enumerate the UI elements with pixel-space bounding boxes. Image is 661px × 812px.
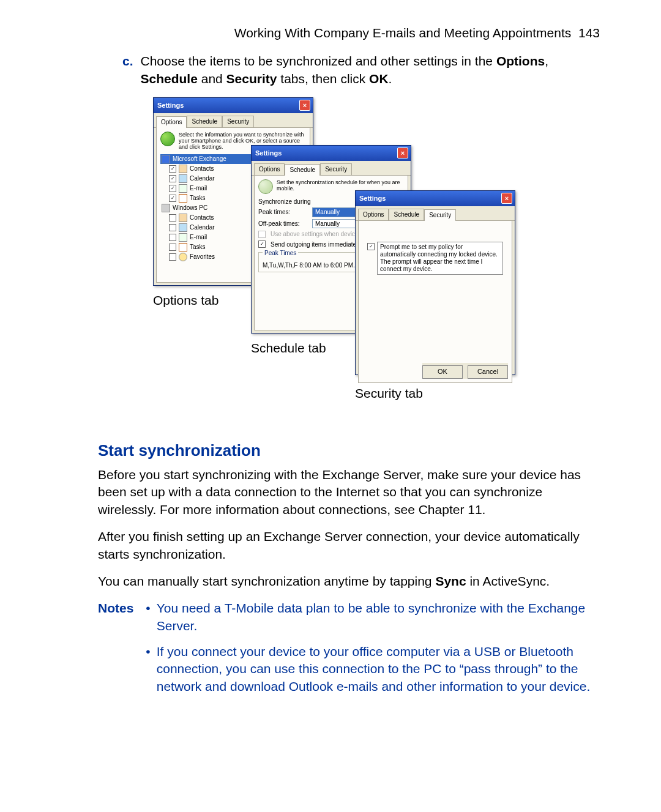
security-caption: Security tab: [355, 385, 423, 402]
tasks-icon: [179, 194, 187, 203]
dialog-title: Settings: [255, 149, 282, 158]
dialog-title: Settings: [359, 194, 386, 203]
para-3: You can manually start synchronization a…: [98, 573, 600, 590]
pc-icon: [162, 204, 170, 212]
checkbox: [258, 231, 266, 238]
checkbox[interactable]: [367, 243, 375, 250]
page-header: Working With Company E-mails and Meeting…: [98, 24, 600, 42]
tab-schedule[interactable]: Schedule: [285, 164, 320, 176]
exchange-icon: [162, 155, 170, 163]
favorites-icon: [179, 253, 187, 261]
clock-icon: [258, 179, 273, 194]
titlebar: Settings ×: [252, 146, 411, 161]
contacts-icon: [179, 165, 187, 173]
dialog-title: Settings: [157, 101, 184, 110]
titlebar: Settings ×: [356, 191, 515, 206]
cancel-button[interactable]: Cancel: [468, 365, 508, 379]
bullet-icon: •: [146, 643, 150, 695]
checkbox[interactable]: [258, 240, 266, 248]
note-item: •You need a T-Mobile data plan to be abl…: [146, 600, 600, 635]
page-number: 143: [578, 26, 600, 40]
dialog-buttons: OK Cancel: [422, 363, 508, 379]
tab-security[interactable]: Security: [424, 209, 456, 221]
checkbox[interactable]: [169, 185, 176, 192]
tab-options[interactable]: Options: [358, 209, 389, 220]
notes-label: Notes: [98, 600, 133, 704]
peak-label: Peak times:: [258, 208, 307, 217]
security-pane: Prompt me to set my policy for automatic…: [358, 221, 512, 383]
calendar-icon: [179, 223, 187, 232]
security-dialog: Settings × Options Schedule Security Pro…: [355, 190, 515, 375]
close-icon[interactable]: ×: [397, 147, 408, 158]
peak-dropdown[interactable]: Manually: [312, 207, 361, 217]
tasks-icon: [179, 243, 187, 251]
close-icon[interactable]: ×: [501, 193, 512, 204]
tabs: Options Schedule Security: [252, 161, 411, 176]
schedule-caption: Schedule tab: [251, 340, 326, 357]
tabs: Options Schedule Security: [154, 113, 313, 128]
titlebar: Settings ×: [154, 98, 313, 113]
screenshots-area: Settings × Options Schedule Security Sel…: [153, 97, 600, 415]
checkbox[interactable]: [169, 214, 176, 222]
para-2: After you finish setting up an Exchange …: [98, 528, 600, 563]
step-c: c. Choose the items to be synchronized a…: [98, 53, 600, 88]
step-text: Choose the items to be synchronized and …: [141, 53, 600, 88]
checkbox[interactable]: [169, 244, 176, 251]
note-text: If you connect your device to your offic…: [157, 643, 600, 695]
checkbox[interactable]: [169, 253, 176, 261]
offpeak-dropdown[interactable]: Manually: [312, 219, 361, 229]
mail-icon: [179, 233, 187, 242]
step-letter: c.: [98, 53, 133, 88]
tab-schedule[interactable]: Schedule: [389, 209, 424, 220]
note-item: •If you connect your device to your offi…: [146, 643, 600, 695]
close-icon[interactable]: ×: [299, 100, 310, 111]
mail-icon: [179, 184, 187, 193]
tab-options[interactable]: Options: [156, 116, 187, 128]
send-outgoing-label: Send outgoing items immediately: [271, 240, 360, 249]
section-heading: Start synchronization: [98, 440, 600, 461]
notes-block: Notes •You need a T-Mobile data plan to …: [98, 600, 600, 704]
checkbox[interactable]: [169, 224, 176, 231]
checkbox[interactable]: [169, 175, 176, 182]
security-prompt-text: Prompt me to set my policy for automatic…: [377, 242, 503, 275]
sync-icon: [160, 132, 175, 146]
tab-security[interactable]: Security: [320, 163, 352, 175]
notes-list: •You need a T-Mobile data plan to be abl…: [146, 600, 600, 704]
para-1: Before you start synchronizing with the …: [98, 466, 600, 518]
note-text: You need a T-Mobile data plan to be able…: [157, 600, 600, 635]
peak-times-legend: Peak Times: [263, 249, 298, 258]
offpeak-label: Off-peak times:: [258, 220, 307, 228]
ok-button[interactable]: OK: [422, 365, 463, 379]
tab-options[interactable]: Options: [254, 163, 285, 175]
tabs: Options Schedule Security: [356, 206, 515, 221]
calendar-icon: [179, 174, 187, 183]
options-caption: Options tab: [153, 292, 218, 309]
checkbox[interactable]: [169, 234, 176, 241]
bullet-icon: •: [146, 600, 150, 635]
checkbox[interactable]: [169, 195, 176, 202]
tab-security[interactable]: Security: [222, 116, 254, 127]
header-title: Working With Company E-mails and Meeting…: [234, 26, 572, 40]
checkbox[interactable]: [169, 165, 176, 173]
contacts-icon: [179, 214, 187, 222]
tab-schedule[interactable]: Schedule: [187, 116, 222, 127]
